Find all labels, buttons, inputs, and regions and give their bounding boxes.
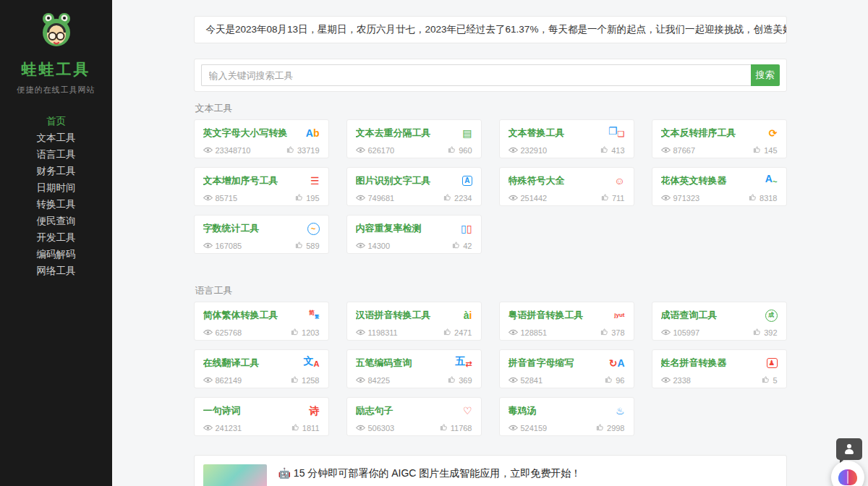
sidebar-menu-item[interactable]: 编码解码 — [0, 246, 112, 263]
search-input[interactable] — [201, 64, 751, 86]
eye-icon — [203, 242, 213, 250]
feedback-button[interactable] — [836, 438, 862, 460]
person-icon — [843, 443, 855, 455]
sidebar-menu-item[interactable]: 开发工具 — [0, 229, 112, 246]
eye-icon — [356, 328, 365, 337]
views-stat: 1198311 — [356, 328, 398, 337]
likes-count: 369 — [459, 376, 472, 385]
ad-banner-text-content: 15 分钟即可部署你的 AIGC 图片生成智能应用，立即免费开始！ — [294, 467, 581, 479]
tool-card[interactable]: 毒鸡汤 ♨ 524159 2998 — [499, 397, 634, 436]
sidebar-menu-item[interactable]: 转换工具 — [0, 196, 112, 213]
eye-icon — [203, 146, 213, 155]
sidebar-menu-item[interactable]: 财务工具 — [0, 163, 112, 179]
tool-title: 汉语拼音转换工具 — [356, 309, 431, 322]
tool-title: 五笔编码查询 — [356, 357, 412, 370]
tool-card[interactable]: 励志句子 ♡ 506303 11768 — [346, 397, 482, 436]
views-stat: 52841 — [509, 375, 543, 385]
tool-card[interactable]: 特殊符号大全 ☺ 251442 711 — [499, 167, 634, 206]
sidebar: 蛙蛙工具 便捷的在线工具网站 首页文本工具语言工具财务工具日期时间转换工具便民查… — [0, 0, 112, 486]
views-stat: 85715 — [203, 193, 238, 202]
tool-card[interactable]: 字数统计工具 ~ 167085 589 — [194, 215, 329, 254]
ad-banner-body: 🤖 15 分钟即可部署你的 AIGC 图片生成智能应用，立即免费开始！ ⚑ 广告 — [278, 464, 582, 486]
views-count: 14300 — [368, 242, 391, 250]
tool-card[interactable]: 在线翻译工具 文A 862149 1258 — [194, 349, 329, 388]
likes-stat: 378 — [600, 328, 624, 337]
tool-card[interactable]: 文本反转排序工具 ⟳ 87667 145 — [652, 119, 787, 158]
tool-title: 图片识别文字工具 — [356, 174, 431, 187]
eye-icon — [509, 328, 518, 337]
views-stat: 105997 — [661, 328, 700, 337]
views-count: 87667 — [673, 146, 696, 155]
eye-icon — [203, 328, 213, 337]
eye-icon — [356, 194, 365, 202]
tool-card[interactable]: 文本去重分隔工具 ▤ 626170 960 — [346, 119, 482, 158]
tool-card[interactable]: 内容重复率检测 ▯▯ 14300 42 — [346, 215, 482, 254]
views-stat: 506303 — [356, 423, 395, 432]
likes-stat: 8318 — [749, 193, 777, 202]
sidebar-menu-item[interactable]: 日期时间 — [0, 179, 112, 196]
tool-section: 语言工具 简体繁体转换工具 简繁 625768 1203 汉语拼音转换工具 ài — [194, 284, 787, 436]
ad-banner-text: 🤖 15 分钟即可部署你的 AIGC 图片生成智能应用，立即免费开始！ — [278, 467, 582, 480]
tool-title: 毒鸡汤 — [509, 404, 537, 417]
logo-wrap[interactable]: 蛙蛙工具 便捷的在线工具网站 — [0, 0, 112, 95]
ad-banner-image: 亚马逊云科技 — [203, 464, 267, 486]
tool-card[interactable]: 图片识别文字工具 A 749681 2234 — [346, 167, 482, 206]
views-count: 971323 — [673, 194, 700, 202]
likes-stat: 11768 — [440, 423, 472, 432]
likes-count: 711 — [612, 194, 625, 202]
likes-stat: 2234 — [443, 193, 472, 202]
views-count: 241231 — [216, 424, 242, 432]
fancy-letter-icon: A~ — [765, 176, 778, 186]
views-stat: 232910 — [509, 145, 548, 155]
eye-icon — [661, 146, 671, 155]
daily-notice-bar: 今天是2023年08月13日，星期日，农历六月廿七，2023年已经过去了61.3… — [194, 16, 787, 43]
likes-stat: 589 — [295, 241, 319, 250]
tool-card[interactable]: 文本替换工具 ❐❏ 232910 413 — [499, 119, 634, 158]
likes-stat: 195 — [295, 193, 319, 202]
thumbs-up-icon — [440, 423, 448, 432]
tool-card[interactable]: 花体英文转换器 A~ 971323 8318 — [652, 167, 787, 206]
thumbs-up-icon — [448, 145, 456, 155]
jyutping-icon: jyut — [614, 312, 624, 318]
tool-stats: 105997 392 — [661, 328, 778, 337]
tool-card[interactable]: 粤语拼音转换工具 jyut 128851 378 — [499, 302, 634, 341]
ocr-icon: A — [462, 176, 472, 186]
tool-card[interactable]: 英文字母大小写转换 Ab 23348710 33719 — [194, 119, 329, 158]
sidebar-menu-item[interactable]: 文本工具 — [0, 129, 112, 146]
sidebar-menu-item[interactable]: 网络工具 — [0, 263, 112, 279]
views-stat: 749681 — [356, 193, 395, 202]
tool-card[interactable]: 简体繁体转换工具 简繁 625768 1203 — [194, 302, 329, 341]
tool-title: 姓名拼音转换器 — [661, 357, 727, 370]
likes-count: 8318 — [760, 194, 777, 202]
likes-count: 2998 — [607, 424, 624, 432]
views-stat: 128851 — [509, 328, 548, 337]
views-stat: 23348710 — [203, 145, 251, 155]
views-count: 128851 — [521, 328, 548, 337]
tool-stats: 971323 8318 — [661, 193, 778, 202]
search-button[interactable]: 搜索 — [751, 64, 780, 86]
tool-card[interactable]: 成语查询工具 成 105997 392 — [652, 302, 787, 341]
tool-card[interactable]: 汉语拼音转换工具 ài 1198311 2471 — [346, 302, 482, 341]
ad-banner[interactable]: 亚马逊云科技 🤖 15 分钟即可部署你的 AIGC 图片生成智能应用，立即免费开… — [194, 455, 787, 486]
tool-title: 励志句子 — [356, 404, 393, 417]
tool-card[interactable]: 一句诗词 诗 241231 1811 — [194, 397, 329, 436]
sidebar-menu: 首页文本工具语言工具财务工具日期时间转换工具便民查询开发工具编码解码网络工具 — [0, 113, 112, 279]
reverse-rotate-icon: ⟳ — [769, 128, 778, 138]
sidebar-menu-item[interactable]: 语言工具 — [0, 146, 112, 163]
daily-notice-text: 今天是2023年08月13日，星期日，农历六月廿七，2023年已经过去了61.3… — [206, 24, 787, 35]
sidebar-menu-item[interactable]: 便民查询 — [0, 213, 112, 229]
tool-card[interactable]: 姓名拼音转换器 ♟ 2338 5 — [652, 349, 787, 388]
tool-card[interactable]: 文本增加序号工具 ☰ 85715 195 — [194, 167, 329, 206]
tool-card[interactable]: 拼音首字母缩写 ↻A 52841 96 — [499, 349, 634, 388]
thumbs-up-icon — [443, 328, 451, 337]
thumbs-up-icon — [292, 423, 299, 432]
tool-title: 英文字母大小写转换 — [203, 127, 288, 140]
eye-icon — [203, 424, 213, 432]
likes-stat: 413 — [600, 145, 624, 155]
brain-icon — [838, 469, 857, 485]
sidebar-menu-item[interactable]: 首页 — [0, 113, 112, 129]
tool-stats: 626170 960 — [356, 145, 472, 155]
likes-stat: 2471 — [443, 328, 472, 337]
tool-card[interactable]: 五笔编码查询 五⇄ 84225 369 — [346, 349, 482, 388]
thumbs-up-icon — [295, 193, 303, 202]
